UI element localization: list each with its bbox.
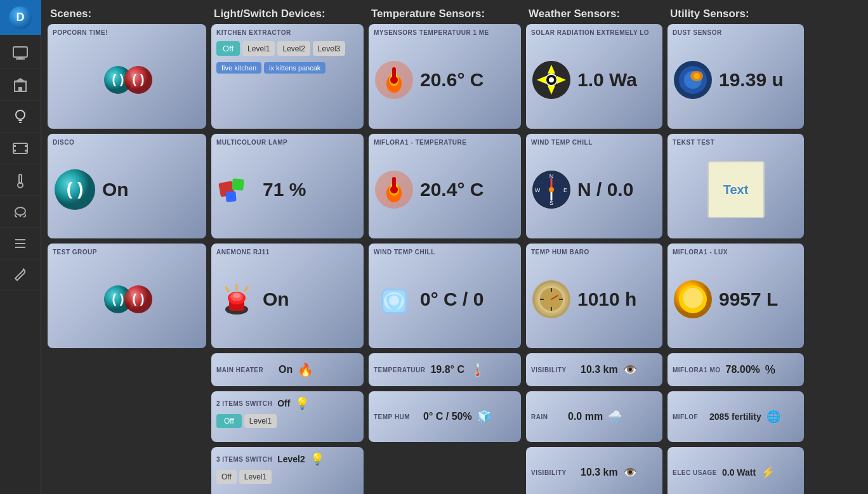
sidebar-thermometer[interactable] — [0, 164, 41, 196]
2items-off-button[interactable]: Off — [216, 414, 242, 428]
col-utility-header: Utility Sensors: — [667, 8, 804, 20]
dust-sensor-icon — [673, 60, 714, 101]
svg-rect-10 — [13, 145, 16, 147]
card-mysensors-title: MYSENSORS TEMPERATUUR 1 ME — [374, 29, 516, 36]
kitchen-level3-button[interactable]: Level3 — [313, 41, 345, 56]
fire-icon: 🔥 — [298, 362, 313, 377]
main-heater-title: MAIN HEATER — [216, 367, 273, 374]
svg-point-58 — [549, 187, 554, 192]
sidebar-wrench[interactable] — [0, 259, 41, 291]
elec-usage-value: 0.0 Watt — [722, 467, 756, 478]
miflora-moisture-title: MIFLORA1 MO — [673, 367, 721, 374]
multicolour-value: 71 % — [263, 179, 306, 200]
card-disco: DISCO ( ) On — [48, 134, 206, 238]
bulb-icon3: 💡 — [310, 452, 324, 466]
svg-text:( ): ( ) — [112, 72, 124, 86]
3items-level1-button[interactable]: Level1 — [239, 470, 272, 484]
2items-title: 2 ITEMS SWITCH — [216, 400, 272, 407]
temp-small-title: TEMPERATUUR — [374, 367, 425, 374]
card-dust-sensor: DUST SENSOR 19.39 u — [667, 24, 804, 129]
card-3items-switch: 3 ITEMS SWITCH Level2 💡 Off Level1 — [211, 447, 364, 494]
svg-line-68 — [225, 287, 229, 292]
column-headers: Scenes: Light/Switch Devices: Temperatur… — [41, 0, 868, 24]
mysensors-temp-value: 20.6° C — [420, 69, 483, 91]
svg-rect-5 — [18, 87, 22, 91]
col-temp-header: Temperature Sensors: — [369, 8, 521, 20]
svg-rect-0 — [13, 47, 27, 57]
sidebar-bulb[interactable] — [0, 101, 41, 133]
visibility-title: VISIBILITY — [531, 367, 575, 374]
svg-rect-43 — [225, 191, 236, 202]
sidebar-cloud[interactable] — [0, 196, 41, 228]
kitchen-scene1-button[interactable]: five kitchen — [216, 62, 261, 74]
visibility2-value: 10.3 km — [581, 467, 618, 478]
sidebar-logo[interactable]: D — [0, 0, 41, 35]
card-temp-hum-small: TEMP HUM 0° C / 50% 🧊 — [369, 391, 521, 442]
card-wind-title: WIND TEMP CHILL — [531, 139, 657, 146]
test-group-icon: ( ) ( ) — [102, 274, 152, 325]
card-multicolour: MULTICOLOUR LAMP 71 % — [211, 134, 364, 238]
card-anemone-title: ANEMONE RJ11 — [216, 249, 358, 256]
svg-point-6 — [16, 110, 25, 119]
card-visibility: VISIBILITY 10.3 km 👁️ — [526, 353, 662, 386]
svg-point-38 — [694, 73, 700, 79]
card-solar-title: SOLAR RADIATION EXTREMELY LO — [531, 29, 657, 36]
miflora-lux-value: 9957 L — [719, 289, 778, 310]
sidebar-film[interactable] — [0, 133, 41, 164]
3items-value: Level2 — [277, 454, 305, 464]
svg-point-74 — [389, 296, 399, 306]
svg-rect-7 — [18, 120, 22, 121]
main-content: Scenes: Light/Switch Devices: Temperatur… — [41, 0, 868, 494]
miflora-fertility-title: MIFLOF — [673, 413, 704, 420]
card-kitchen-extractor: KITCHEN EXTRACTOR Off Level1 Level2 Leve… — [211, 24, 364, 129]
card-temp-hum-baro-title: TEMP HUM BARO — [531, 249, 657, 256]
kitchen-scene2-button[interactable]: ix kittens pancak — [264, 62, 326, 74]
svg-point-29 — [390, 76, 398, 84]
temp-small-value: 19.8° C — [430, 364, 464, 375]
3items-title: 3 ITEMS SWITCH — [216, 456, 272, 463]
tekst-value: Text — [723, 183, 749, 197]
card-miflora-temp-title: MIFLORA1 - TEMPERATURE — [374, 139, 516, 146]
svg-point-49 — [390, 186, 398, 193]
card-wind-compass: WIND TEMP CHILL N E S W N / 0.0 — [526, 134, 662, 238]
kitchen-off-button[interactable]: Off — [216, 41, 240, 56]
card-miflora-temp: MIFLORA1 - TEMPERATURE 20.4° C — [369, 134, 521, 238]
3items-off-button[interactable]: Off — [216, 470, 237, 484]
2items-value: Off — [277, 398, 290, 408]
disco-switch-icon: ( ) — [53, 167, 97, 212]
fire-thermometer-icon — [374, 60, 415, 101]
svg-rect-8 — [19, 122, 22, 123]
card-wind-temp-ice: WIND TEMP CHILL 0° C / 0 — [369, 244, 521, 348]
rain-title: RAIN — [531, 413, 563, 420]
svg-marker-4 — [13, 78, 27, 82]
2items-level1-button[interactable]: Level1 — [244, 414, 277, 428]
bulb-icon2: 💡 — [295, 396, 309, 410]
svg-line-70 — [244, 287, 248, 292]
card-main-heater: MAIN HEATER On 🔥 — [211, 353, 364, 386]
globe-icon: 🌐 — [766, 410, 780, 424]
col-scenes-header: Scenes: — [48, 8, 206, 20]
card-kitchen-title: KITCHEN EXTRACTOR — [216, 29, 358, 36]
content-grid: POPCORN TIME! — [41, 24, 868, 494]
card-temp-small: TEMPERATUUR 19.8° C 🌡️ — [369, 353, 521, 386]
disco-value: On — [102, 179, 129, 200]
percent-icon: % — [765, 363, 775, 377]
sidebar-list[interactable] — [0, 228, 41, 259]
svg-point-33 — [549, 77, 554, 82]
kitchen-level1-button[interactable]: Level1 — [242, 41, 275, 56]
card-test-group: TEST GROUP — [48, 244, 206, 348]
kitchen-level2-button[interactable]: Level2 — [277, 41, 310, 56]
sidebar-monitor[interactable] — [0, 37, 41, 69]
sidebar-building[interactable] — [0, 69, 41, 101]
card-elec-usage: ELEC USAGE 0.0 Watt ⚡ — [667, 447, 804, 494]
wind-temp-ice-value: 0° C / 0 — [420, 289, 483, 310]
svg-rect-14 — [19, 174, 22, 183]
temp-hum-baro-value: 1010 h — [577, 289, 636, 310]
card-miflora-moisture: MIFLORA1 MO 78.00% % — [667, 353, 804, 386]
svg-rect-42 — [232, 178, 244, 191]
card-mysensors-temp: MYSENSORS TEMPERATUUR 1 ME 20.6° C — [369, 24, 521, 129]
card-miflora-lux: MIFLORA1 - LUX 9957 L — [667, 244, 804, 348]
card-dust-title: DUST SENSOR — [673, 29, 799, 36]
svg-text:( ): ( ) — [67, 179, 83, 198]
card-disco-title: DISCO — [53, 139, 201, 146]
